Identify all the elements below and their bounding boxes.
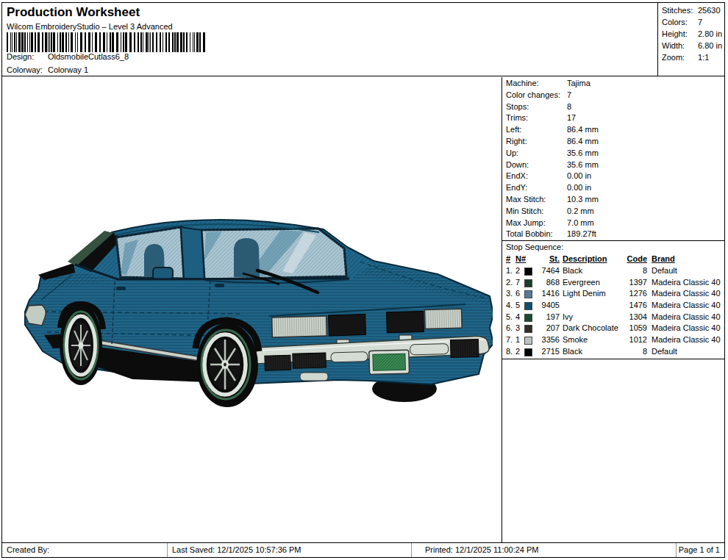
rear-bumper bbox=[25, 305, 46, 326]
machine-info-value: 0.00 in bbox=[567, 183, 591, 192]
thread-color-swatch bbox=[524, 337, 532, 345]
stat-value: 1:1 bbox=[698, 53, 709, 62]
side-mirror bbox=[153, 268, 173, 279]
stitch-count: 868 bbox=[532, 278, 560, 287]
header: Production Worksheet Wilcom EmbroiderySt… bbox=[2, 3, 724, 76]
machine-info-value: 7.0 mm bbox=[567, 218, 594, 227]
grille-slot-left bbox=[329, 315, 366, 336]
machine-info-row: Left:86.4 mm bbox=[502, 125, 725, 137]
stop-number: 7. bbox=[506, 335, 515, 344]
colorway-row: Colorway:Colorway 1 bbox=[7, 65, 88, 74]
thread-code: 8 bbox=[613, 347, 647, 356]
needle-number: 4 bbox=[515, 312, 524, 321]
stop-sequence-row: 3.61416Light Denim1276Madeira Classic 40 bbox=[502, 289, 725, 301]
machine-info-label: Min Stitch: bbox=[506, 207, 543, 215]
stitch-count: 7464 bbox=[532, 266, 560, 275]
design-value: OldsmobileCutlass6_8 bbox=[48, 52, 129, 61]
stat-value: 6.80 in bbox=[698, 41, 722, 50]
machine-info-list: Machine:TajimaColor changes:7Stops:8Trim… bbox=[502, 79, 725, 241]
machine-info-row: Machine:Tajima bbox=[502, 79, 725, 90]
thread-code: 1276 bbox=[613, 289, 647, 298]
worksheet-page: Production Worksheet Wilcom EmbroiderySt… bbox=[1, 2, 725, 558]
stop-sequence-header: #N#St.DescriptionCodeBrand bbox=[502, 254, 725, 266]
column-header: # bbox=[506, 254, 515, 263]
machine-info-value: 10.3 mm bbox=[567, 195, 599, 204]
thread-brand: Madeira Classic 40 bbox=[652, 301, 724, 309]
driver-headrest bbox=[234, 238, 260, 277]
thread-color-swatch bbox=[524, 314, 532, 322]
stop-sequence-row: 6.3207Dark Chocolate1059Madeira Classic … bbox=[502, 323, 725, 335]
column-header: N# bbox=[515, 254, 524, 263]
stat-value: 25630 bbox=[698, 6, 721, 15]
machine-info-value: 189.27ft bbox=[567, 229, 596, 238]
machine-info-row: Max Jump:7.0 mm bbox=[502, 218, 725, 230]
machine-info-row: EndX:0.00 in bbox=[502, 171, 725, 183]
machine-info-label: Machine: bbox=[506, 79, 539, 87]
stat-label: Colors: bbox=[662, 18, 688, 26]
stitch-count: 2715 bbox=[532, 347, 560, 356]
front-wheel bbox=[196, 323, 258, 407]
stop-sequence-row: 5.4197Ivy1304Madeira Classic 40 bbox=[502, 312, 725, 324]
colorway-value: Colorway 1 bbox=[48, 65, 88, 74]
stat-row: Height:2.80 in bbox=[658, 29, 725, 41]
stop-number: 8. bbox=[506, 347, 515, 356]
stitch-count: 1416 bbox=[532, 289, 560, 298]
thread-code: 1059 bbox=[613, 323, 647, 332]
valance-bar bbox=[331, 352, 368, 362]
machine-info-value: 17 bbox=[567, 113, 576, 122]
stat-row: Colors:7 bbox=[658, 18, 725, 29]
design-stats-list: Stitches:25630Colors:7Height:2.80 inWidt… bbox=[658, 6, 725, 65]
stop-sequence-table: #N#St.DescriptionCodeBrand 1.27464Black8… bbox=[502, 254, 725, 359]
design-canvas bbox=[22, 203, 493, 417]
thread-color-swatch bbox=[524, 302, 532, 310]
machine-info-label: EndY: bbox=[506, 183, 527, 192]
colorway-label: Colorway: bbox=[7, 65, 48, 74]
column-header: Brand bbox=[652, 254, 724, 263]
machine-info-row: Total Bobbin:189.27ft bbox=[502, 229, 725, 241]
machine-info-value: 35.6 mm bbox=[567, 160, 599, 169]
design-row: Design:OldsmobileCutlass6_8 bbox=[7, 52, 129, 61]
machine-info-row: Min Stitch:0.2 mm bbox=[502, 207, 725, 218]
machine-info-value: 8 bbox=[567, 102, 571, 111]
stitch-count: 3356 bbox=[532, 335, 560, 344]
stat-row: Width:6.80 in bbox=[658, 41, 725, 53]
stop-number: 3. bbox=[506, 289, 515, 298]
machine-info-value: 0.2 mm bbox=[567, 207, 594, 215]
stat-row: Stitches:25630 bbox=[658, 6, 725, 18]
page-number: Page 1 of 1 bbox=[677, 543, 724, 558]
needle-number: 5 bbox=[515, 301, 524, 309]
stat-value: 2.80 in bbox=[698, 29, 722, 38]
needle-number: 6 bbox=[515, 289, 524, 298]
machine-info-value: 0.00 in bbox=[567, 171, 591, 180]
machine-info-row: Up:35.6 mm bbox=[502, 148, 725, 160]
machine-info-label: Up: bbox=[506, 148, 518, 157]
machine-info-row: Max Stitch:10.3 mm bbox=[502, 195, 725, 207]
stop-number: 5. bbox=[506, 312, 515, 321]
needle-number: 7 bbox=[515, 278, 524, 287]
thread-color-swatch bbox=[524, 348, 532, 356]
thread-brand: Default bbox=[652, 266, 724, 275]
machine-info-row: Stops:8 bbox=[502, 102, 725, 114]
thread-brand: Madeira Classic 40 bbox=[652, 289, 724, 298]
last-saved: Last Saved: 12/1/2025 10:57:36 PM bbox=[168, 543, 412, 558]
stitch-count: 207 bbox=[532, 323, 560, 332]
machine-info-value: Tajima bbox=[567, 79, 590, 87]
machine-info-row: Down:35.6 mm bbox=[502, 160, 725, 172]
design-stats-box: Stitches:25630Colors:7Height:2.80 inWidt… bbox=[657, 3, 725, 76]
machine-info-label: Color changes: bbox=[506, 90, 560, 99]
stat-label: Zoom: bbox=[662, 53, 685, 62]
stitch-count: 9405 bbox=[532, 301, 560, 309]
b-pillar bbox=[181, 227, 204, 279]
machine-panel: Machine:TajimaColor changes:7Stops:8Trim… bbox=[502, 77, 725, 542]
stop-number: 6. bbox=[506, 323, 515, 332]
machine-info-row: Trims:17 bbox=[502, 113, 725, 125]
stop-sequence-row: 1.27464Black8Default bbox=[502, 266, 725, 278]
rear-wheel bbox=[60, 304, 102, 385]
footer-bar: Created By: Last Saved: 12/1/2025 10:57:… bbox=[2, 542, 724, 557]
stop-sequence-row: 4.594051476Madeira Classic 40 bbox=[502, 301, 725, 312]
needle-number: 2 bbox=[515, 266, 524, 275]
machine-info-label: Max Stitch: bbox=[506, 195, 546, 204]
thread-brand: Madeira Classic 40 bbox=[652, 278, 724, 287]
thread-brand: Madeira Classic 40 bbox=[652, 323, 724, 332]
thread-code: 1476 bbox=[613, 301, 647, 309]
